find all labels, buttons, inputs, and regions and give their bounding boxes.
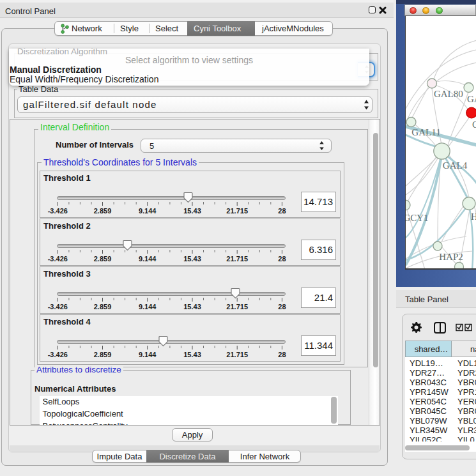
svg-text:GA: GA [467, 94, 476, 104]
svg-text:GAL4: GAL4 [442, 160, 467, 171]
svg-text:C: C [472, 119, 476, 130]
svg-text:GAL11: GAL11 [411, 127, 440, 137]
svg-text:HAP2: HAP2 [439, 252, 463, 262]
svg-text:H: H [471, 211, 476, 222]
svg-text:GAL80: GAL80 [433, 89, 463, 99]
svg-text:GCY1: GCY1 [406, 213, 429, 223]
